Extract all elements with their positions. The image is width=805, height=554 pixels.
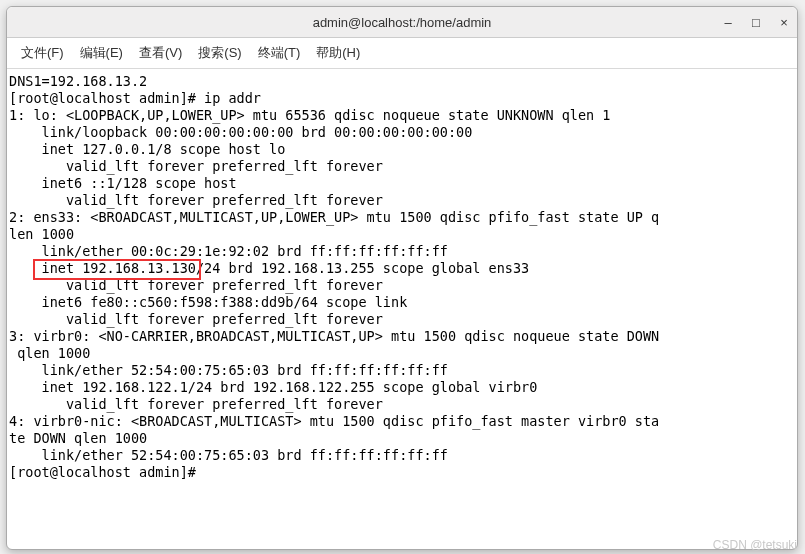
terminal-line: link/loopback 00:00:00:00:00:00 brd 00:0… (9, 124, 795, 141)
terminal-line: inet6 fe80::c560:f598:f388:dd9b/64 scope… (9, 294, 795, 311)
terminal-line: valid_lft forever preferred_lft forever (9, 311, 795, 328)
menu-terminal[interactable]: 终端(T) (252, 41, 307, 65)
terminal-line: inet 192.168.13.130/24 brd 192.168.13.25… (9, 260, 795, 277)
terminal-line: [root@localhost admin]# (9, 464, 795, 481)
menu-search[interactable]: 搜索(S) (192, 41, 247, 65)
titlebar: admin@localhost:/home/admin – □ × (7, 7, 797, 38)
terminal-line: te DOWN qlen 1000 (9, 430, 795, 447)
window-buttons: – □ × (721, 7, 791, 37)
terminal-window: admin@localhost:/home/admin – □ × 文件(F) … (6, 6, 798, 550)
menu-file[interactable]: 文件(F) (15, 41, 70, 65)
terminal-line: valid_lft forever preferred_lft forever (9, 396, 795, 413)
terminal-line: valid_lft forever preferred_lft forever (9, 277, 795, 294)
watermark: CSDN @tetsuki (713, 538, 797, 552)
close-button[interactable]: × (777, 15, 791, 29)
terminal-line: link/ether 52:54:00:75:65:03 brd ff:ff:f… (9, 447, 795, 464)
terminal-line: 1: lo: <LOOPBACK,UP,LOWER_UP> mtu 65536 … (9, 107, 795, 124)
menu-view[interactable]: 查看(V) (133, 41, 188, 65)
terminal-line: valid_lft forever preferred_lft forever (9, 192, 795, 209)
menu-help[interactable]: 帮助(H) (310, 41, 366, 65)
maximize-button[interactable]: □ (749, 15, 763, 29)
terminal-line: 2: ens33: <BROADCAST,MULTICAST,UP,LOWER_… (9, 209, 795, 226)
terminal-line: inet 127.0.0.1/8 scope host lo (9, 141, 795, 158)
terminal-line: len 1000 (9, 226, 795, 243)
terminal-line: 3: virbr0: <NO-CARRIER,BROADCAST,MULTICA… (9, 328, 795, 345)
terminal-line: inet 192.168.122.1/24 brd 192.168.122.25… (9, 379, 795, 396)
terminal-line: [root@localhost admin]# ip addr (9, 90, 795, 107)
terminal-line: DNS1=192.168.13.2 (9, 73, 795, 90)
minimize-button[interactable]: – (721, 15, 735, 29)
menu-edit[interactable]: 编辑(E) (74, 41, 129, 65)
terminal-line: link/ether 00:0c:29:1e:92:02 brd ff:ff:f… (9, 243, 795, 260)
terminal-line: qlen 1000 (9, 345, 795, 362)
terminal-line: link/ether 52:54:00:75:65:03 brd ff:ff:f… (9, 362, 795, 379)
window-title: admin@localhost:/home/admin (7, 15, 797, 30)
menubar: 文件(F) 编辑(E) 查看(V) 搜索(S) 终端(T) 帮助(H) (7, 38, 797, 69)
terminal-line: inet6 ::1/128 scope host (9, 175, 795, 192)
terminal-output[interactable]: DNS1=192.168.13.2[root@localhost admin]#… (7, 69, 797, 485)
terminal-line: valid_lft forever preferred_lft forever (9, 158, 795, 175)
terminal-line: 4: virbr0-nic: <BROADCAST,MULTICAST> mtu… (9, 413, 795, 430)
